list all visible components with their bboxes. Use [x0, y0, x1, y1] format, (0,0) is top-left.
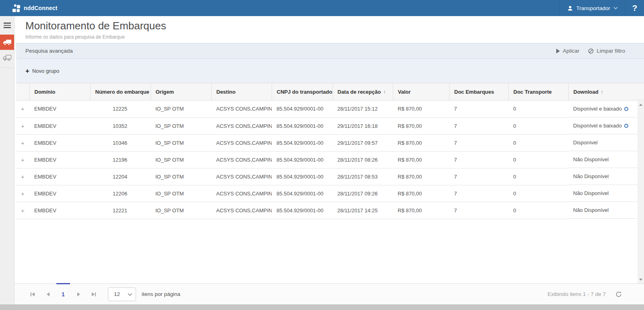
main-content: Monitoramento de Embarques Informe os da… — [14, 16, 644, 304]
scroll-down-button[interactable] — [638, 276, 644, 283]
cell-origem: IO_SP OTM — [151, 151, 211, 168]
cell-download: Disponível e baixado — [568, 117, 638, 134]
cell-destino: ACSYS CONS,CAMPINAS... — [211, 185, 272, 202]
column-header-dominio[interactable]: Domínio — [29, 83, 90, 101]
cell-data-recepcao: 28/11/2017 14:25 — [332, 202, 393, 219]
cell-expand: + — [16, 134, 29, 151]
apply-filter-button[interactable]: Aplicar — [556, 48, 579, 54]
top-bar: nddConnect Transportador ? — [0, 0, 644, 16]
download-status-label: Disponível e baixado — [573, 123, 622, 129]
cell-dominio: EMBDEV — [29, 185, 90, 202]
table-row[interactable]: + EMBDEV 12225 IO_SP OTM ACSYS CONS,CAMP… — [16, 101, 638, 118]
cell-cnpj: 85.504.929/0001-00 — [272, 117, 332, 134]
download-status-label: Disponível — [573, 140, 598, 146]
expand-row-button[interactable]: + — [16, 173, 29, 180]
cell-expand: + — [16, 185, 29, 202]
column-header-cnpj[interactable]: CNPJ do transportador — [272, 83, 332, 101]
sidebar-item-transporte[interactable] — [0, 50, 14, 65]
column-header-download[interactable]: Download↑ — [568, 83, 638, 101]
user-icon — [567, 5, 573, 11]
plus-icon: + — [25, 68, 29, 74]
expand-row-button[interactable]: + — [16, 207, 29, 214]
play-icon — [556, 49, 560, 53]
new-group-button[interactable]: + Novo grupo — [25, 68, 59, 74]
cell-dominio: EMBDEV — [29, 101, 90, 118]
cell-doc-transporte: 0 — [508, 185, 568, 202]
expand-row-button[interactable]: + — [16, 156, 29, 163]
column-header-destino[interactable]: Destino — [211, 83, 272, 101]
table-row[interactable]: + EMBDEV 12204 IO_SP OTM ACSYS CONS,CAMP… — [16, 168, 638, 185]
cell-doc-transporte: 0 — [508, 168, 568, 185]
cell-download: Disponível e baixado — [568, 101, 638, 117]
bottom-edge-bar — [0, 304, 644, 310]
column-header-origem[interactable]: Origem — [151, 83, 211, 101]
column-header-data-recepcao[interactable]: Data de recepção↑ — [332, 83, 393, 101]
cell-doc-transporte: 0 — [508, 151, 568, 168]
page-header: Monitoramento de Embarques Informe os da… — [14, 16, 644, 43]
cell-doc-embarques: 7 — [449, 134, 508, 151]
cell-valor: R$ 870,00 — [393, 101, 449, 118]
table-row[interactable]: + EMBDEV 12196 IO_SP OTM ACSYS CONS,CAMP… — [16, 151, 638, 168]
cell-expand: + — [16, 202, 29, 219]
sidebar-item-embarques[interactable] — [0, 35, 14, 50]
cell-destino: ACSYS CONS,CAMPINAS... — [211, 202, 272, 219]
expand-row-button[interactable]: + — [16, 190, 29, 197]
cell-dominio: EMBDEV — [29, 202, 90, 219]
cell-valor: R$ 870,00 — [393, 185, 449, 202]
download-status-label: Não Disponível — [573, 207, 609, 213]
clear-filter-button[interactable]: Limpar filtro — [588, 48, 625, 54]
cell-cnpj: 85.504.929/0001-00 — [272, 134, 332, 151]
table-row[interactable]: + EMBDEV 10352 IO_SP OTM ACSYS CONS,CAMP… — [16, 117, 638, 134]
items-per-page-label: itens por página — [142, 291, 180, 297]
cell-data-recepcao: 29/11/2017 16:18 — [332, 117, 393, 134]
cell-doc-transporte: 0 — [508, 117, 568, 134]
cell-expand: + — [16, 117, 29, 134]
help-button[interactable]: ? — [625, 0, 644, 16]
current-page-button[interactable]: 1 — [56, 291, 71, 298]
cell-cnpj: 85.504.929/0001-00 — [272, 168, 332, 185]
scrollbar-track[interactable] — [638, 101, 644, 283]
cell-expand: + — [16, 168, 29, 185]
menu-toggle-button[interactable] — [0, 16, 14, 35]
user-menu-dropdown[interactable]: Transportador — [559, 0, 625, 16]
cell-destino: ACSYS CONS,CAMPINAS... — [211, 134, 272, 151]
sort-asc-icon: ↑ — [601, 89, 603, 95]
cell-download: Não Disponível — [568, 168, 638, 185]
expand-row-button[interactable]: + — [16, 105, 29, 112]
column-header-numero-embarque[interactable]: Número do embarque — [90, 83, 151, 101]
refresh-icon — [615, 291, 622, 298]
scroll-up-button[interactable] — [638, 101, 644, 108]
cell-doc-transporte: 0 — [508, 101, 568, 118]
filter-builder-panel: + Novo grupo — [16, 59, 644, 83]
column-header-doc-embarques[interactable]: Doc Embarques — [449, 83, 508, 101]
cell-cnpj: 85.504.929/0001-00 — [272, 185, 332, 202]
cell-numero-embarque: 12221 — [90, 202, 151, 219]
table-row[interactable]: + EMBDEV 12221 IO_SP OTM ACSYS CONS,CAMP… — [16, 202, 638, 219]
expand-row-button[interactable]: + — [16, 123, 29, 129]
cell-download: Não Disponível — [568, 151, 638, 168]
user-menu-label: Transportador — [576, 5, 610, 11]
table-body: + EMBDEV 12225 IO_SP OTM ACSYS CONS,CAMP… — [16, 101, 638, 219]
cell-origem: IO_SP OTM — [151, 101, 211, 118]
cell-data-recepcao: 28/11/2017 15:12 — [332, 101, 393, 118]
cell-destino: ACSYS CONS,CAMPINAS... — [211, 168, 272, 185]
scrollbar-header-corner — [638, 83, 644, 100]
downloaded-indicator-icon — [624, 107, 628, 111]
first-page-button[interactable] — [25, 288, 40, 300]
pager-info: Exibindo itens 1 - 7 de 7 — [547, 291, 606, 297]
column-header-doc-transporte[interactable]: Doc Transporte — [508, 83, 568, 101]
cell-expand: + — [16, 101, 29, 118]
vertical-scrollbar[interactable] — [638, 83, 644, 283]
previous-page-button[interactable] — [40, 288, 56, 300]
page-size-select[interactable]: 12 — [108, 287, 136, 301]
ndd-logo-icon — [12, 4, 21, 12]
table-row[interactable]: + EMBDEV 10346 IO_SP OTM ACSYS CONS,CAMP… — [16, 134, 638, 151]
table-row[interactable]: + EMBDEV 12206 IO_SP OTM ACSYS CONS,CAMP… — [16, 185, 638, 202]
expand-row-button[interactable]: + — [16, 140, 29, 146]
refresh-button[interactable] — [615, 291, 622, 298]
download-status-label: Não Disponível — [573, 156, 609, 162]
last-page-button[interactable] — [86, 288, 101, 300]
next-page-button[interactable] — [71, 288, 86, 300]
column-header-valor[interactable]: Valor — [393, 83, 449, 101]
advanced-search-bar: Pesquisa avançada Aplicar Limpar filtro — [16, 43, 644, 59]
